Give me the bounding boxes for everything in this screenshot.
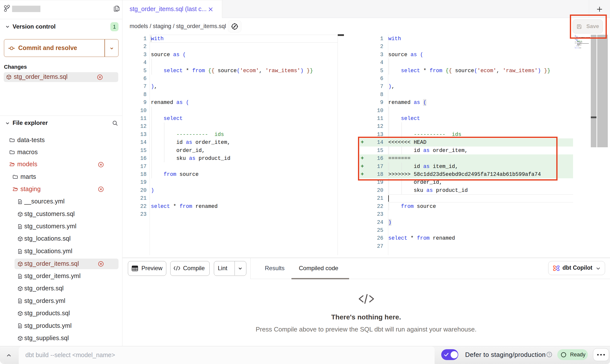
- svg-text:?: ?: [548, 352, 550, 357]
